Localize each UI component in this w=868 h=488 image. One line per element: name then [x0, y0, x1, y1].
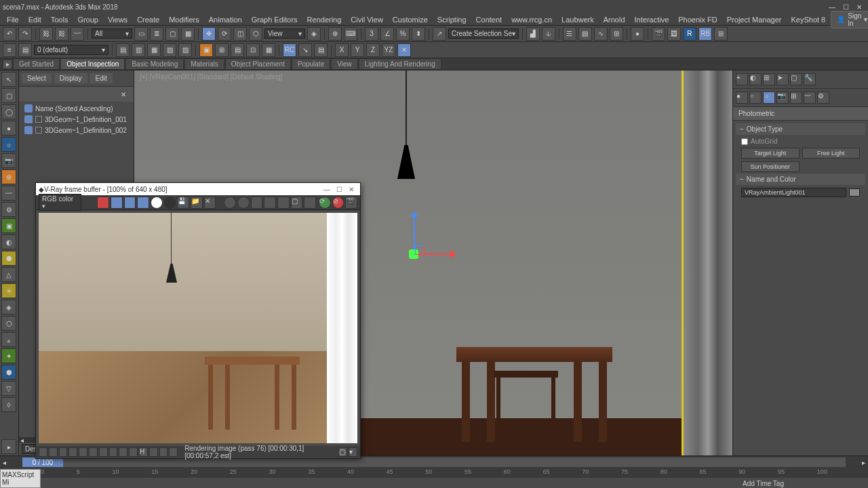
panel-category[interactable]: Photometric	[733, 107, 868, 121]
lb2[interactable]: ▥	[132, 43, 145, 57]
sign-in-button[interactable]: 👤 Sign In ▾	[831, 11, 868, 28]
vfb-expand2[interactable]: ▾	[349, 447, 357, 457]
geom-icon[interactable]: ●	[736, 92, 748, 104]
vfb-sb13[interactable]	[159, 447, 168, 457]
lt-b9[interactable]: ✦	[1, 348, 16, 363]
menu-modifiers[interactable]: Modifiers	[165, 16, 203, 24]
mirror-button[interactable]: ▟	[526, 27, 540, 41]
scene-tab-select[interactable]: Select	[22, 73, 52, 83]
lb4[interactable]: ▧	[163, 43, 176, 57]
vfb-stop-button[interactable]: ⊘	[332, 197, 344, 209]
tab-close-icon[interactable]: ✕	[119, 89, 128, 99]
maxscript-listener[interactable]: MAXScript Mi	[0, 469, 41, 488]
section-objecttype[interactable]: Object Type	[736, 123, 865, 135]
freelight-button[interactable]: Free Light	[802, 148, 861, 159]
menu-customize[interactable]: Customize	[389, 16, 432, 24]
vfb-b-button[interactable]	[137, 197, 149, 209]
menu-rendering[interactable]: Rendering	[303, 16, 346, 24]
vfb-b3[interactable]	[251, 197, 263, 209]
menu-laubwerk[interactable]: Laubwerk	[557, 16, 598, 24]
lb8[interactable]: ▤	[231, 43, 244, 57]
lb5[interactable]: ▨	[178, 43, 192, 57]
vray-frame-buffer-window[interactable]: ◆ V-Ray frame buffer - [100% of 640 x 48…	[35, 182, 361, 459]
layer-dropdown[interactable]: 0 (default)▾	[34, 45, 108, 55]
menu-file[interactable]: File	[3, 16, 23, 24]
motion-tab-icon[interactable]: ➤	[776, 73, 789, 85]
lt-b10[interactable]: ⬢	[1, 365, 16, 380]
lt-helper[interactable]: ⊕	[1, 169, 16, 184]
menu-edit[interactable]: Edit	[24, 16, 45, 24]
lt-b3[interactable]: ⬣	[1, 251, 16, 266]
color-swatch[interactable]	[849, 188, 860, 197]
menu-keyshot[interactable]: KeyShot 8	[787, 16, 829, 24]
vfb-region-button[interactable]: ▢	[291, 197, 303, 209]
object-name-input[interactable]	[741, 188, 846, 197]
vfb-sb11[interactable]: H	[139, 447, 148, 457]
scene-tab-edit[interactable]: Edit	[90, 73, 113, 83]
lights-icon[interactable]: ☼	[763, 92, 775, 104]
vfb-folder-button[interactable]: 📁	[191, 197, 203, 209]
snap-button[interactable]: 3	[365, 27, 378, 41]
render-setup-button[interactable]: 🎬	[652, 27, 665, 41]
layer-icon[interactable]: ≡	[3, 43, 16, 57]
rb-button[interactable]: RB	[698, 27, 712, 41]
vfb-channel-dropdown[interactable]: RGB color ▾	[39, 194, 81, 211]
selection-filter-dropdown[interactable]: All▾	[92, 28, 132, 39]
ribbon-lighting[interactable]: Lighting And Rendering	[359, 58, 441, 70]
refcoord-dropdown[interactable]: View▾	[264, 28, 305, 39]
ribbon-expand-icon[interactable]: ▸	[3, 60, 12, 69]
vfb-sb2[interactable]	[49, 447, 58, 457]
rc-button[interactable]: RC	[283, 43, 296, 57]
curve-editor-button[interactable]: ∿	[594, 27, 608, 41]
redo-button[interactable]: ↷	[18, 27, 32, 41]
lt-box[interactable]: ▢	[1, 88, 16, 103]
lt-b2[interactable]: ◐	[1, 235, 16, 249]
vr-button[interactable]: ⊞	[714, 27, 728, 41]
lt-b1[interactable]: ▣	[1, 218, 16, 233]
unlink-button[interactable]: ⛓	[55, 27, 68, 41]
keyboard-button[interactable]: ⌨	[344, 27, 357, 41]
menu-phoenixfd[interactable]: Phoenix FD	[674, 16, 721, 24]
lt-shape[interactable]: ◯	[1, 104, 16, 119]
layer-explorer-button[interactable]: ☰	[563, 27, 576, 41]
vfb-b1[interactable]	[224, 197, 236, 209]
menu-civilview[interactable]: Civil View	[347, 16, 387, 24]
lb1[interactable]: ▤	[116, 43, 130, 57]
menu-group[interactable]: Group	[73, 16, 102, 24]
vfb-sb10[interactable]	[129, 447, 138, 457]
menu-create[interactable]: Create	[133, 16, 163, 24]
lt-b8[interactable]: ⟁	[1, 332, 16, 347]
lt-cursor[interactable]: ↖	[1, 72, 16, 87]
vfb-sb9[interactable]	[119, 447, 127, 457]
vfb-b6[interactable]	[304, 197, 316, 209]
timeline-slider[interactable]: 0 / 100	[22, 458, 846, 467]
vfb-minimize-icon[interactable]: —	[321, 186, 333, 193]
lb9[interactable]: ⊡	[246, 43, 260, 57]
axis-y-button[interactable]: Y	[351, 43, 364, 57]
vfb-sb8[interactable]	[109, 447, 118, 457]
render-frame-button[interactable]: 🖼	[667, 27, 681, 41]
vfb-expand1[interactable]: ▢	[338, 447, 347, 457]
section-namecolor[interactable]: Name and Color	[736, 174, 865, 185]
menu-scripting[interactable]: Scripting	[433, 16, 471, 24]
ribbon-objectplacement[interactable]: Object Placement	[225, 58, 291, 70]
menu-animation[interactable]: Animation	[205, 16, 246, 24]
vfb-sb12[interactable]	[149, 447, 158, 457]
axis-other-button[interactable]: ✕	[397, 43, 411, 57]
vfb-render-button[interactable]: 🎬	[345, 197, 357, 209]
lt-b6[interactable]: ◈	[1, 300, 16, 314]
visibility-icon[interactable]	[24, 115, 33, 123]
targetlight-button[interactable]: Target Light	[741, 148, 800, 159]
sunpositioner-button[interactable]: Sun Positioner	[741, 161, 800, 172]
ateribbon-basicmodeling[interactable]: Basic Modeling	[125, 58, 184, 70]
lt-point[interactable]: ●	[1, 121, 16, 136]
menu-interactive[interactable]: Interactive	[631, 16, 673, 24]
vfb-alpha-button[interactable]	[164, 197, 176, 209]
percent-snap-button[interactable]: %	[396, 27, 410, 41]
vfb-r-button[interactable]	[111, 197, 123, 209]
lt-expand[interactable]: ▸	[1, 439, 16, 454]
vfb-g-button[interactable]	[124, 197, 136, 209]
material-editor-button[interactable]: ●	[631, 27, 644, 41]
gizmo-plane[interactable]	[415, 245, 425, 255]
pivot-button[interactable]: ◈	[307, 27, 321, 41]
